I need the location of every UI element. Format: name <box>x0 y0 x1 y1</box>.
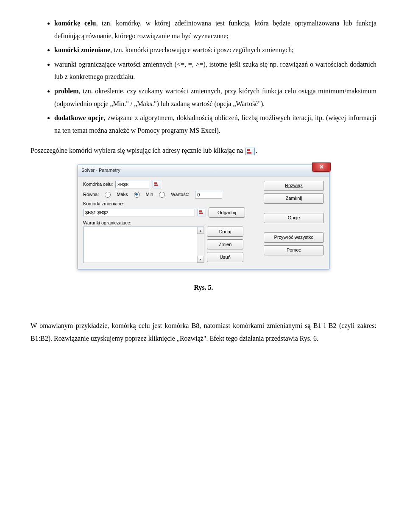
figure-caption: Rys. 5. <box>31 281 376 294</box>
bullet-list: komórkę celu, tzn. komórkę, w której zde… <box>31 17 376 137</box>
radio-label-maks: Maks <box>117 192 128 197</box>
dialog-figure: Solver - Parametry ✕ Komórka celu: Równa… <box>31 165 376 269</box>
radio-wartosc[interactable] <box>159 192 165 198</box>
dodaj-button[interactable]: Dodaj <box>207 227 243 237</box>
bold-term: dodatkowe opcje <box>54 114 103 121</box>
dialog-title: Solver - Parametry <box>81 168 120 173</box>
close-icon: ✕ <box>319 164 324 171</box>
target-cell-input[interactable] <box>115 181 150 188</box>
zmien-button[interactable]: Zmień <box>207 239 243 249</box>
solver-dialog: Solver - Parametry ✕ Komórka celu: Równa… <box>78 165 329 269</box>
paragraph: Poszczególne komórki wybiera się wpisują… <box>31 144 376 157</box>
list-item: problem, tzn. określenie, czy szukamy wa… <box>54 85 376 110</box>
label-target-cell: Komórka celu: <box>83 182 113 187</box>
range-picker-icon <box>245 148 255 155</box>
label-changing-cells: Komórki zmieniane: <box>83 201 124 207</box>
list-text: , tzn. komórkę, w której zdefiniowana je… <box>54 20 376 39</box>
paragraph: W omawianym przykładzie, komórką celu je… <box>31 319 376 344</box>
para-text: . <box>256 147 257 154</box>
dialog-left: Komórka celu: Równa: Maks Min Wartość: <box>83 181 257 263</box>
pomoc-button[interactable]: Pomoc <box>264 245 324 255</box>
list-text: warunki ograniczające wartości zmiennych… <box>54 61 376 81</box>
usun-button[interactable]: Usuń <box>207 252 243 262</box>
list-text: , tzn. komórki przechowujące wartości po… <box>110 46 294 53</box>
titlebar: Solver - Parametry ✕ <box>78 165 329 176</box>
constraints-listbox[interactable]: ▴ ▾ <box>83 227 204 263</box>
changing-cells-input[interactable] <box>83 209 195 216</box>
bold-term: problem <box>54 87 78 95</box>
radio-label-min: Min <box>146 192 153 197</box>
list-item: warunki ograniczające wartości zmiennych… <box>54 58 376 83</box>
scrollbar[interactable]: ▴ ▾ <box>197 227 204 263</box>
dialog-right: Rozwiąż Zamknij Opcje Przywróć wszystko … <box>264 181 324 263</box>
radio-maks[interactable] <box>105 192 111 198</box>
radio-label-wartosc: Wartość: <box>171 192 189 197</box>
opcje-button[interactable]: Opcje <box>264 213 324 223</box>
scroll-down-button[interactable]: ▾ <box>197 256 204 263</box>
przywroc-button[interactable]: Przywróć wszystko <box>264 232 324 243</box>
range-picker-button[interactable] <box>153 181 161 188</box>
list-item: komórkę celu, tzn. komórkę, w której zde… <box>54 17 376 42</box>
scroll-up-button[interactable]: ▴ <box>197 227 204 234</box>
list-item: komórki zmieniane, tzn. komórki przechow… <box>54 44 376 56</box>
close-button[interactable]: ✕ <box>312 162 331 172</box>
list-text: , tzn. określenie, czy szukamy wartości … <box>54 87 376 107</box>
list-item: dodatkowe opcje, związane z algorytmem, … <box>54 112 376 137</box>
label-constraints: Warunki ograniczające: <box>83 220 131 226</box>
bold-term: komórkę celu <box>54 20 96 27</box>
label-rowna: Równa: <box>83 192 99 197</box>
range-picker-button[interactable] <box>198 209 206 216</box>
wartosc-input[interactable] <box>195 191 222 199</box>
odgadnij-button[interactable]: Odgadnij <box>209 207 245 218</box>
para-text: Poszczególne komórki wybiera się wpisują… <box>31 147 245 154</box>
bold-term: komórki zmieniane <box>54 46 110 53</box>
radio-min[interactable] <box>134 192 140 198</box>
zamknij-button[interactable]: Zamknij <box>264 193 324 204</box>
rozwiaz-button[interactable]: Rozwiąż <box>264 181 324 191</box>
